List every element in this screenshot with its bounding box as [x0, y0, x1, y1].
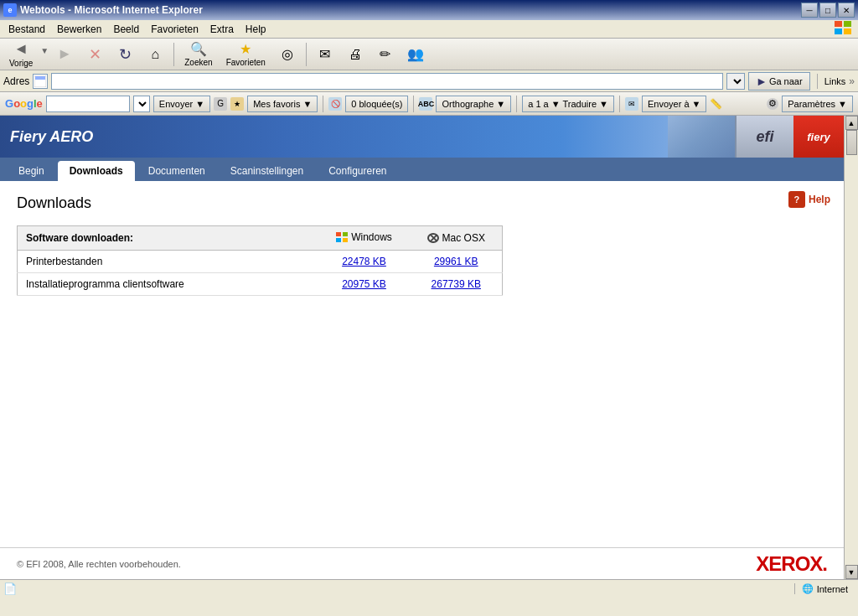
- menu-help[interactable]: Help: [240, 22, 271, 37]
- table-row: Printerbestanden 22478 KB 29961 KB: [18, 251, 503, 273]
- help-icon: ?: [788, 191, 805, 208]
- page-title: Downloads: [17, 194, 827, 212]
- minimize-button[interactable]: ─: [801, 3, 818, 18]
- menu-favorieten[interactable]: Favorieten: [146, 22, 204, 37]
- google-bar-right: ⚙ Paramètres ▼: [767, 96, 853, 112]
- google-search-dropdown[interactable]: [133, 96, 150, 112]
- title-bar: e Webtools - Microsoft Internet Explorer…: [0, 0, 858, 20]
- efi-logo: efi: [735, 116, 793, 158]
- links-button[interactable]: Links: [824, 76, 846, 86]
- svg-rect-1: [844, 21, 851, 27]
- google-sep1: [323, 96, 323, 112]
- bloquees-button[interactable]: 0 bloquée(s): [345, 96, 408, 112]
- svg-rect-7: [343, 232, 348, 236]
- search-button[interactable]: 🔍 Zoeken: [178, 40, 218, 69]
- scrollbar[interactable]: ▲ ▼: [844, 116, 858, 579]
- stop-button[interactable]: ✕: [80, 40, 109, 69]
- address-dropdown[interactable]: [726, 73, 745, 90]
- window-title: Webtools - Microsoft Internet Explorer: [20, 4, 203, 16]
- windows-label: Windows: [351, 231, 392, 243]
- row2-mac-link[interactable]: 267739 KB: [432, 278, 481, 290]
- google-search-input[interactable]: [46, 96, 130, 112]
- media-button[interactable]: ◎: [273, 40, 302, 69]
- home-button[interactable]: ⌂: [141, 40, 169, 69]
- row1-mac-link[interactable]: 29961 KB: [434, 256, 478, 267]
- scroll-up-button[interactable]: ▲: [845, 116, 858, 130]
- back-button[interactable]: ◄ Vorige: [3, 40, 39, 69]
- close-button[interactable]: ✕: [838, 3, 855, 18]
- address-label: Adres: [3, 75, 29, 87]
- tab-downloads[interactable]: Downloads: [58, 161, 135, 181]
- menu-bewerken[interactable]: Bewerken: [52, 22, 106, 37]
- col-software-header: Software downloaden:: [18, 226, 318, 251]
- tab-begin[interactable]: Begin: [7, 161, 56, 181]
- svg-rect-2: [835, 28, 842, 34]
- svg-rect-8: [336, 238, 341, 242]
- row2-windows: 20975 KB: [318, 273, 411, 296]
- google-logo: Google: [5, 97, 43, 110]
- mail-button[interactable]: ✉: [311, 40, 339, 69]
- row1-windows-link[interactable]: 22478 KB: [342, 256, 386, 267]
- zone-label: Internet: [817, 584, 848, 594]
- address-input[interactable]: [51, 73, 723, 90]
- envoyer-button[interactable]: Envoyer ▼: [153, 96, 210, 112]
- svg-rect-5: [35, 76, 45, 80]
- menu-beeld[interactable]: Beeld: [108, 22, 144, 37]
- tab-scaninstellingen[interactable]: Scaninstellingen: [219, 161, 315, 181]
- row2-windows-link[interactable]: 20975 KB: [342, 278, 386, 290]
- fiery-badge: fiery: [793, 116, 844, 158]
- help-label: Help: [809, 194, 830, 205]
- favorites-button[interactable]: ★ Favorieten: [220, 40, 271, 69]
- fiery-header: Fiery AERO efi fiery: [0, 116, 844, 158]
- google-toolbar: Google Envoyer ▼ G ★ Mes favoris ▼ 🚫 0 b…: [0, 92, 858, 116]
- status-bar: 📄 🌐 Internet: [0, 579, 858, 598]
- windows-logo-icon: [835, 21, 851, 34]
- row1-mac: 29961 KB: [411, 251, 503, 273]
- scroll-thumb[interactable]: [846, 130, 857, 155]
- toolbar-separator-2: [306, 43, 307, 66]
- menu-extra[interactable]: Extra: [205, 22, 239, 37]
- tab-configureren[interactable]: Configureren: [317, 161, 398, 181]
- col-mac-header: ✕ Mac OSX: [411, 226, 503, 251]
- help-button[interactable]: ? Help: [788, 191, 830, 208]
- tab-documenten[interactable]: Documenten: [137, 161, 217, 181]
- menu-bestand[interactable]: Bestand: [3, 22, 50, 37]
- col-windows-header: Windows: [318, 226, 411, 251]
- svg-rect-0: [835, 21, 842, 27]
- discuss-button[interactable]: 👥: [401, 40, 430, 69]
- downloads-table: Software downloaden:: [17, 225, 503, 296]
- main-container: Fiery AERO efi fiery Begin Downloads Doc…: [0, 116, 858, 598]
- scroll-down-button[interactable]: ▼: [845, 565, 858, 579]
- copyright-text: © EFI 2008, Alle rechten voorbehouden.: [17, 559, 181, 569]
- refresh-button[interactable]: ↻: [111, 40, 139, 69]
- efi-text: efi: [756, 128, 773, 146]
- forward-button[interactable]: ►: [50, 40, 79, 69]
- go-button[interactable]: ► Ga naar: [748, 72, 810, 91]
- send-icon: ✉: [625, 97, 638, 111]
- google-sep3: [516, 96, 517, 112]
- mac-label: Mac OSX: [442, 232, 485, 244]
- zone-icon: 🌐: [802, 583, 814, 594]
- edit-button[interactable]: ✏: [371, 40, 400, 69]
- google-sep4: [619, 96, 620, 112]
- svg-rect-6: [336, 232, 341, 236]
- orthographe-button[interactable]: Orthographe ▼: [436, 96, 511, 112]
- maximize-button[interactable]: □: [819, 3, 836, 18]
- traduire-button[interactable]: a 1 a ▼ Traduire ▼: [522, 96, 614, 112]
- page-content: ? Help Downloads Software downloaden:: [0, 181, 844, 547]
- nav-tabs: Begin Downloads Documenten Scaninstellin…: [0, 158, 844, 181]
- parametres-button[interactable]: Paramètres ▼: [782, 96, 853, 112]
- settings-icon: ⚙: [767, 98, 778, 110]
- mes-favoris-button[interactable]: Mes favoris ▼: [247, 96, 318, 112]
- google-icon2: ★: [230, 97, 244, 111]
- window-controls: ─ □ ✕: [801, 3, 855, 18]
- fiery-title: Fiery AERO: [10, 128, 93, 146]
- envoyer2-button[interactable]: Envoyer à ▼: [642, 96, 706, 112]
- window-icon: e: [3, 3, 17, 17]
- google-sep2: [413, 96, 414, 112]
- expand-icon[interactable]: »: [849, 75, 855, 87]
- mac-x-icon: ✕: [427, 233, 439, 243]
- print-button[interactable]: 🖨: [341, 40, 370, 69]
- go-label: Ga naar: [769, 76, 803, 86]
- fiery-bg-deco: [668, 116, 735, 158]
